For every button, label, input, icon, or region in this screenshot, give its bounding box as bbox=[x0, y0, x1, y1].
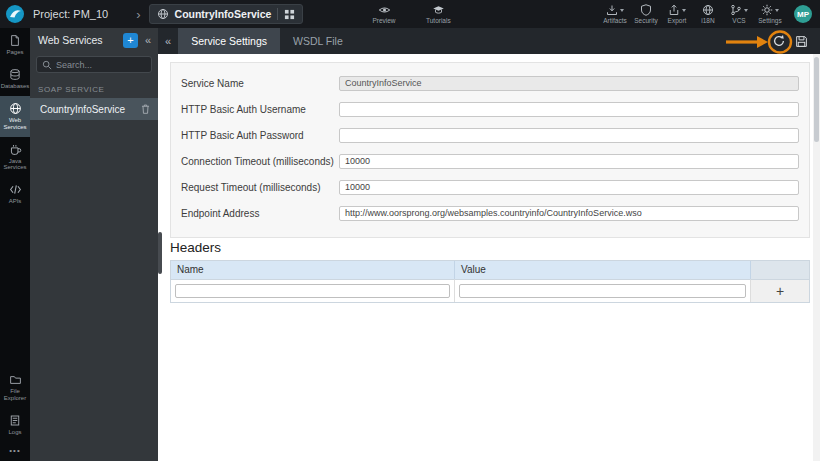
settings-button[interactable]: Settings bbox=[758, 4, 782, 24]
project-label: Project: PM_10 bbox=[33, 8, 108, 20]
sidebar-item-logs[interactable]: Logs bbox=[0, 408, 30, 442]
search-input[interactable] bbox=[56, 60, 146, 70]
selector-divider bbox=[277, 8, 278, 20]
reload-service-icon[interactable] bbox=[772, 34, 786, 48]
java-cup-icon bbox=[9, 143, 22, 156]
form-row: HTTP Basic Auth Password bbox=[181, 122, 799, 148]
service-settings-content: Service Name HTTP Basic Auth Username HT… bbox=[158, 54, 820, 461]
tutorials-button[interactable]: Tutorials bbox=[426, 4, 451, 24]
topbar-left: Project: PM_10 › CountryInfoService bbox=[0, 4, 303, 24]
basic-auth-password-label: HTTP Basic Auth Password bbox=[181, 130, 339, 141]
sidebar-item-file-explorer[interactable]: File Explorer bbox=[0, 368, 30, 408]
tab-bar: « Service Settings WSDL File bbox=[158, 28, 820, 54]
content-collapse-button[interactable]: « bbox=[158, 28, 178, 54]
more-options-button[interactable]: ••• bbox=[0, 442, 30, 461]
selected-service-name: CountryInfoService bbox=[175, 8, 272, 20]
tabbar-spacer bbox=[356, 28, 772, 54]
headers-section-title: Headers bbox=[170, 240, 221, 255]
service-item-label: CountryInfoService bbox=[40, 104, 140, 115]
tab-service-settings[interactable]: Service Settings bbox=[178, 28, 280, 54]
user-avatar[interactable]: MP bbox=[794, 5, 812, 23]
pages-icon bbox=[9, 34, 21, 47]
add-header-button[interactable]: + bbox=[776, 284, 784, 298]
service-settings-form: Service Name HTTP Basic Auth Username HT… bbox=[170, 62, 810, 238]
endpoint-address-input[interactable] bbox=[339, 206, 799, 221]
settings-gear-icon bbox=[761, 4, 773, 16]
request-timeout-label: Request Timeout (milliseconds) bbox=[181, 182, 339, 193]
security-button[interactable]: Security bbox=[634, 4, 658, 24]
tab-wsdl-file[interactable]: WSDL File bbox=[280, 28, 356, 54]
main-area: « Service Settings WSDL File Service Nam bbox=[158, 28, 820, 461]
header-value-input[interactable] bbox=[459, 284, 746, 298]
sidebar-item-java-services[interactable]: Java Services bbox=[0, 137, 30, 178]
panel-header: Web Services + « bbox=[30, 28, 158, 52]
vertical-scrollbar-thumb[interactable] bbox=[814, 57, 819, 142]
service-list-item[interactable]: CountryInfoService bbox=[30, 98, 158, 120]
panel-scrollbar-thumb[interactable] bbox=[158, 232, 162, 274]
artifacts-button[interactable]: Artifacts bbox=[603, 4, 627, 24]
endpoint-address-label: Endpoint Address bbox=[181, 208, 339, 219]
sidebar-item-web-services[interactable]: Web Services bbox=[0, 96, 30, 137]
chevron-down-icon bbox=[775, 9, 779, 12]
delete-service-icon[interactable] bbox=[140, 103, 151, 115]
chevron-down-icon bbox=[682, 9, 686, 12]
search-icon bbox=[42, 60, 52, 70]
sidebar-item-pages[interactable]: Pages bbox=[0, 28, 30, 62]
vcs-branch-icon bbox=[730, 4, 742, 16]
preview-icon bbox=[378, 4, 391, 16]
chevron-down-icon bbox=[620, 9, 624, 12]
headers-col-action bbox=[751, 261, 809, 279]
grid-icon[interactable] bbox=[284, 9, 295, 20]
breadcrumb-chevron-icon: › bbox=[136, 7, 140, 22]
headers-table: Name Value + bbox=[170, 260, 810, 303]
globe-icon bbox=[157, 8, 169, 20]
form-row: HTTP Basic Auth Username bbox=[181, 96, 799, 122]
headers-col-name: Name bbox=[171, 261, 455, 279]
add-service-button[interactable]: + bbox=[123, 33, 138, 48]
connection-timeout-input[interactable] bbox=[339, 154, 799, 169]
vcs-button[interactable]: VCS bbox=[727, 4, 751, 24]
form-row: Connection Timeout (milliseconds) bbox=[181, 148, 799, 174]
headers-table-row: + bbox=[171, 279, 809, 302]
save-service-icon[interactable] bbox=[795, 35, 808, 48]
panel-title: Web Services bbox=[38, 34, 118, 46]
i18n-button[interactable]: i18N bbox=[696, 4, 720, 24]
basic-auth-username-label: HTTP Basic Auth Username bbox=[181, 104, 339, 115]
header-name-input[interactable] bbox=[175, 284, 450, 298]
service-name-label: Service Name bbox=[181, 78, 339, 89]
chevron-down-icon bbox=[744, 9, 748, 12]
preview-button[interactable]: Preview bbox=[372, 4, 396, 24]
sidebar-item-apis[interactable]: APIs bbox=[0, 177, 30, 211]
basic-auth-username-input[interactable] bbox=[339, 102, 799, 117]
connection-timeout-label: Connection Timeout (milliseconds) bbox=[181, 156, 339, 167]
tutorials-icon bbox=[432, 4, 445, 16]
web-services-globe-icon bbox=[9, 102, 22, 115]
vertical-scrollbar[interactable] bbox=[813, 54, 820, 461]
form-row: Request Timeout (milliseconds) bbox=[181, 174, 799, 200]
form-row: Endpoint Address bbox=[181, 200, 799, 226]
panel-collapse-button[interactable]: « bbox=[143, 34, 153, 46]
headers-table-header: Name Value bbox=[171, 261, 809, 279]
search-box[interactable] bbox=[36, 56, 152, 73]
basic-auth-password-input[interactable] bbox=[339, 128, 799, 143]
service-selector[interactable]: CountryInfoService bbox=[149, 4, 304, 24]
i18n-globe-icon bbox=[702, 4, 714, 16]
logs-icon bbox=[9, 414, 21, 427]
rail-spacer bbox=[0, 211, 30, 368]
export-icon bbox=[668, 4, 680, 16]
web-services-panel: Web Services + « SOAP SERVICE CountryInf… bbox=[30, 28, 158, 461]
sidebar-item-databases[interactable]: Databases bbox=[0, 62, 30, 96]
form-row: Service Name bbox=[181, 70, 799, 96]
database-icon bbox=[9, 68, 21, 81]
export-button[interactable]: Export bbox=[665, 4, 689, 24]
left-rail: Pages Databases Web Services Java Servic… bbox=[0, 28, 30, 461]
security-shield-icon bbox=[640, 4, 652, 16]
app-root: Project: PM_10 › CountryInfoService Prev… bbox=[0, 0, 820, 461]
app-logo-icon[interactable] bbox=[5, 4, 25, 24]
headers-col-value: Value bbox=[455, 261, 751, 279]
topbar-right: Artifacts Security Export i18N bbox=[603, 0, 812, 28]
artifacts-icon bbox=[606, 4, 618, 16]
request-timeout-input[interactable] bbox=[339, 180, 799, 195]
service-name-input[interactable] bbox=[339, 76, 799, 91]
apis-icon bbox=[9, 183, 22, 196]
